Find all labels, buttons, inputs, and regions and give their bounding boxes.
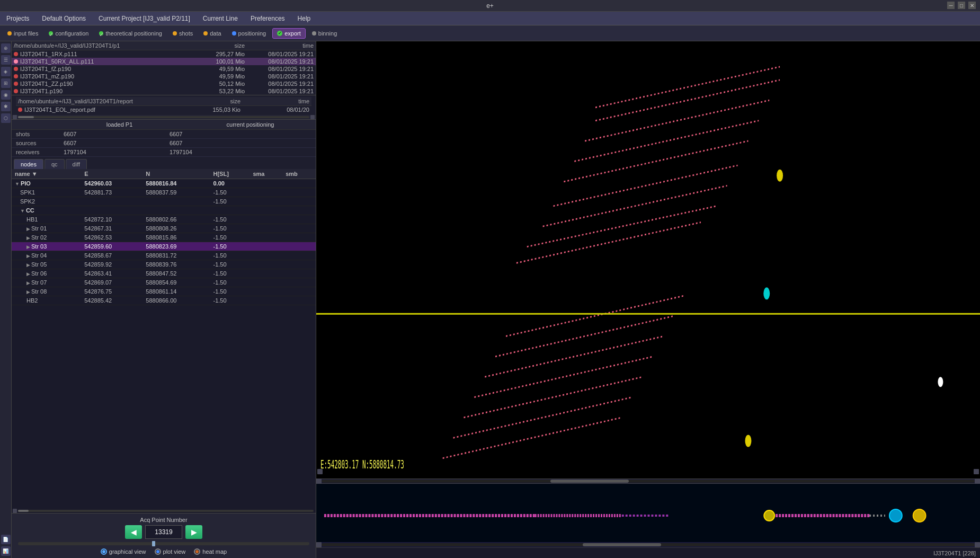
file-row-selected[interactable]: IJ3T204T1_50RX_ALL.p111 100,01 Mio 08/01… — [12, 58, 316, 65]
row-name: ▶Str 07 — [12, 278, 81, 287]
table-row-selected[interactable]: ▶Str 03 542859.60 5880823.69 -1.50 — [12, 242, 316, 251]
col-smb[interactable]: smb — [282, 169, 316, 179]
tab-configuration[interactable]: ✓ configuration — [44, 29, 93, 38]
bottom-scroll-track[interactable] — [322, 543, 975, 546]
sidebar-icon-8[interactable]: 📄 — [1, 535, 11, 544]
row-sma — [250, 269, 282, 278]
col-name[interactable]: name ▼ — [12, 169, 81, 179]
file-name: IJ3T204T1_mZ.p190 — [20, 73, 197, 79]
bottom-scroll-right[interactable] — [975, 542, 980, 547]
report-header-size: size — [193, 98, 240, 104]
row-name: SPK1 — [12, 188, 81, 197]
sidebar-icon-9[interactable]: 📊 — [1, 546, 11, 556]
menu-projects[interactable]: Projects — [4, 14, 31, 23]
table-row[interactable]: ▶Str 06 542863.41 5880847.52 -1.50 — [12, 269, 316, 278]
acq-number-input[interactable] — [145, 525, 182, 539]
table-row[interactable]: ▶Str 05 542859.92 5880839.76 -1.50 — [12, 260, 316, 269]
col-e[interactable]: E — [81, 169, 142, 179]
top-scrollbar-track[interactable] — [322, 480, 975, 483]
tab-export[interactable]: ✓ export — [272, 28, 306, 39]
col-h[interactable]: H[SL] — [210, 169, 250, 179]
file-row[interactable]: IJ3T204T1_ZZ.p190 50,12 Mio 08/01/2025 1… — [12, 80, 316, 87]
timeline-viewport[interactable] — [316, 484, 980, 547]
next-acq-button[interactable]: ▶ — [185, 525, 202, 539]
plot-radio-circle — [155, 548, 161, 555]
tab-binning[interactable]: binning — [308, 29, 341, 38]
close-button[interactable]: ✕ — [968, 2, 976, 9]
minimize-button[interactable]: ─ — [947, 2, 955, 9]
tab-theoretical-positioning[interactable]: ✓ theoretical positioning — [95, 29, 166, 38]
table-row[interactable]: ▶Str 02 542862.53 5880815.86 -1.50 — [12, 233, 316, 242]
table-row[interactable]: ▶Str 08 542876.75 5880861.14 -1.50 — [12, 287, 316, 296]
node-tab-diff[interactable]: diff — [66, 159, 87, 169]
tab-shots[interactable]: shots — [168, 29, 197, 38]
file-row[interactable]: IJ3T204T1_fZ.p190 49,59 Mio 08/01/2025 1… — [12, 65, 316, 73]
menu-default-options[interactable]: Default Options — [40, 14, 88, 23]
row-smb — [282, 224, 316, 233]
table-row[interactable]: ▶Str 01 542867.31 5880808.26 -1.50 — [12, 224, 316, 233]
sidebar-icon-6[interactable]: ✱ — [1, 102, 11, 111]
col-sma[interactable]: sma — [250, 169, 282, 179]
sidebar-icon-5[interactable]: ◉ — [1, 90, 11, 100]
vp-corner-bl[interactable] — [317, 469, 323, 474]
table-scroll-track[interactable] — [18, 510, 314, 512]
table-row[interactable]: HB2 542885.42 5880866.00 -1.50 — [12, 296, 316, 305]
prev-acq-button[interactable]: ◀ — [125, 525, 142, 539]
menu-current-line[interactable]: Current Line — [201, 14, 240, 23]
report-file-row[interactable]: IJ3T204T1_EOL_report.pdf 155,03 Kio 08/0… — [16, 106, 311, 113]
bottom-scroll-left[interactable] — [316, 542, 322, 547]
file-size: 49,59 Mio — [197, 73, 245, 79]
menu-preferences[interactable]: Preferences — [248, 14, 287, 23]
file-dot — [14, 52, 18, 56]
row-h: -1.50 — [210, 197, 250, 206]
file-name: IJ3T204T1_1RX.p111 — [20, 51, 197, 57]
file-size: 53,22 Mio — [197, 88, 245, 94]
scroll-right-corner[interactable] — [975, 479, 980, 484]
table-row[interactable]: SPK2 -1.50 — [12, 197, 316, 206]
maximize-button[interactable]: □ — [958, 2, 965, 9]
tab-data[interactable]: data — [199, 29, 225, 38]
sidebar-icon-3[interactable]: ◈ — [1, 67, 11, 76]
file-row[interactable]: IJ3T204T1_1RX.p111 295,27 Mio 08/01/2025… — [12, 50, 316, 58]
acq-slider[interactable] — [18, 542, 309, 545]
scroll-left-corner[interactable] — [316, 479, 322, 484]
file-row[interactable]: IJ3T204T1.p190 53,22 Mio 08/01/2025 19:2… — [12, 87, 316, 95]
table-row[interactable]: SPK1 542881.73 5880837.59 -1.50 — [12, 188, 316, 197]
col-n[interactable]: N — [142, 169, 210, 179]
sidebar-icon-4[interactable]: ⊞ — [1, 78, 11, 88]
bottom-scrollbar[interactable] — [316, 542, 980, 547]
scroll-right-handle[interactable] — [310, 115, 315, 119]
tab-input-files[interactable]: input files — [3, 29, 42, 38]
row-name: ▶Str 04 — [12, 251, 81, 260]
stats-row-receivers: receivers 1797104 1797104 — [12, 148, 316, 157]
table-row[interactable]: ▼PIO 542960.03 5880816.84 0.00 — [12, 179, 316, 188]
file-scrollbar[interactable] — [12, 115, 316, 119]
main-layout: ⊕ ☰ ◈ ⊞ ◉ ✱ ⬡ 📄 📊 /home/ubuntu/e+/IJ3_va… — [0, 41, 980, 558]
vp-corner-br[interactable] — [974, 469, 979, 474]
menu-current-project[interactable]: Current Project [IJ3_valid P2/11] — [96, 14, 192, 23]
tab-positioning[interactable]: positioning — [228, 29, 271, 38]
sidebar-icon-1[interactable]: ⊕ — [1, 43, 11, 53]
table-row[interactable]: ▶Str 04 542858.67 5880831.72 -1.50 — [12, 251, 316, 260]
heat-map-radio[interactable]: heat map — [194, 548, 227, 555]
sidebar-icon-2[interactable]: ☰ — [1, 55, 11, 65]
node-tab-qc[interactable]: qc — [44, 159, 65, 169]
scroll-left-handle2[interactable] — [13, 509, 17, 513]
graphical-view-radio[interactable]: graphical view — [101, 548, 146, 555]
table-row[interactable]: HB1 542872.10 5880802.66 -1.50 — [12, 215, 316, 224]
table-row[interactable]: ▶Str 07 542869.07 5880854.69 -1.50 — [12, 278, 316, 287]
row-sma — [250, 179, 282, 188]
tab-export-label: export — [284, 30, 301, 37]
plot-view-radio[interactable]: plot view — [155, 548, 186, 555]
scroll-left-handle[interactable] — [13, 115, 17, 119]
report-file-size: 155,03 Kio — [193, 107, 240, 113]
table-row[interactable]: ▼CC — [12, 206, 316, 215]
sidebar-icon-7[interactable]: ⬡ — [1, 113, 11, 123]
menu-help[interactable]: Help — [296, 14, 313, 23]
scrollbar-track[interactable] — [18, 116, 309, 118]
seismic-viewport[interactable]: E:542803.17 N:5880814.73 — [316, 41, 980, 479]
svg-point-31 — [913, 509, 926, 522]
table-scrollbar[interactable] — [12, 509, 316, 513]
node-tab-nodes[interactable]: nodes — [14, 159, 43, 169]
file-row[interactable]: IJ3T204T1_mZ.p190 49,59 Mio 08/01/2025 1… — [12, 73, 316, 80]
